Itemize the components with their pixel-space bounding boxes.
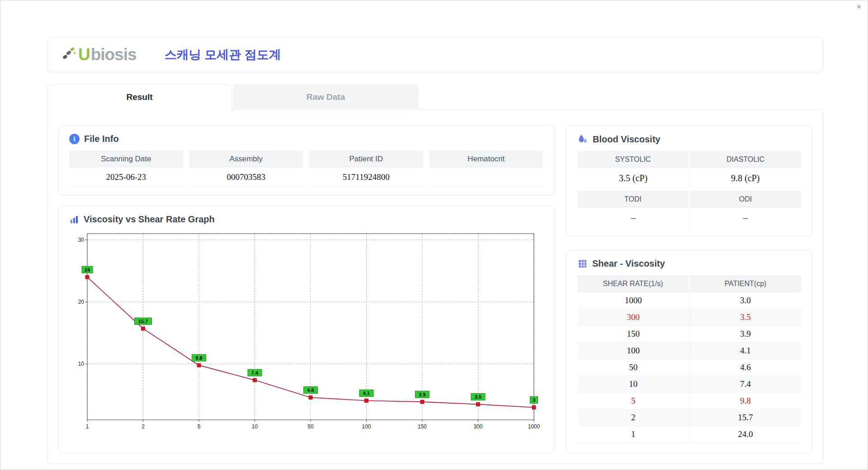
blood-viscosity-header: Blood Viscosity [577, 134, 801, 145]
svg-text:4.1: 4.1 [363, 390, 370, 396]
shear-rate-cell: 5 [577, 393, 689, 409]
shear-rate-column-header: SHEAR RATE(1/s) [577, 275, 689, 292]
patient-value-cell: 3.0 [689, 292, 802, 309]
svg-text:4.6: 4.6 [307, 387, 314, 393]
droplets-icon [577, 134, 588, 145]
file-info-field: Assembly 000703583 [189, 150, 303, 187]
file-field-label: Patient ID [309, 150, 423, 168]
shear-table-header: SHEAR RATE(1/s) PATIENT(cp) [577, 275, 801, 292]
patient-value-cell: 15.7 [689, 409, 802, 426]
file-info-title: File Info [84, 134, 119, 144]
blood-viscosity-table: SYSTOLIC DIASTOLIC 3.5 (cP) 9.8 (cP) TOD… [577, 151, 801, 228]
file-field-value: 000703583 [189, 168, 303, 187]
shear-rate-cell: 1 [577, 426, 689, 442]
patient-value-cell: 3.5 [689, 309, 802, 325]
app-root: U biosis 스캐닝 모세관 점도계 Result Raw Data i F… [47, 37, 823, 464]
graph-card: Viscosity vs Shear Rate Graph 1251050100… [58, 206, 554, 453]
close-icon[interactable]: × [856, 2, 861, 11]
shear-rate-cell: 1000 [577, 292, 689, 309]
table-row: 2 15.7 [577, 409, 801, 426]
file-field-label: Scanning Date [69, 150, 183, 168]
patient-value-cell: 9.8 [689, 393, 802, 409]
file-info-field: Patient ID 51711924800 [309, 150, 423, 187]
patient-value-cell: 24.0 [689, 426, 802, 442]
svg-text:30: 30 [78, 237, 85, 243]
shear-rate-cell: 2 [577, 409, 689, 426]
shear-rate-cell: 100 [577, 343, 689, 359]
file-info-field: Scanning Date 2025-06-23 [69, 150, 183, 187]
todi-header: TODI [577, 191, 689, 208]
table-row: 300 3.5 [577, 309, 801, 326]
app-window: × U biosis 스캐닝 모세관 점도계 Result Raw Data [0, 0, 868, 470]
table-row: 150 3.9 [577, 326, 801, 343]
file-field-label: Hematocrit [429, 150, 543, 168]
shear-viscosity-card: Shear - Viscosity SHEAR RATE(1/s) PATIEN… [566, 250, 812, 453]
table-row: 1000 3.0 [577, 292, 801, 309]
blood-viscosity-card: Blood Viscosity SYSTOLIC DIASTOLIC 3.5 (… [566, 125, 812, 236]
table-row: 50 4.6 [577, 359, 801, 376]
diastolic-header: DIASTOLIC [690, 151, 801, 168]
bv-header-row-1: SYSTOLIC DIASTOLIC [577, 151, 801, 168]
bv-value-row-2: – – [577, 208, 801, 228]
todi-value: – [577, 208, 689, 228]
table-row: 100 4.1 [577, 343, 801, 359]
app-title: 스캐닝 모세관 점도계 [165, 47, 281, 63]
table-row: 10 7.4 [577, 376, 801, 393]
graph-header: Viscosity vs Shear Rate Graph [69, 214, 543, 225]
bv-header-row-2: TODI ODI [577, 191, 801, 208]
svg-text:1000: 1000 [528, 423, 540, 430]
svg-text:2: 2 [142, 423, 145, 430]
logo-text-biosis: biosis [91, 45, 137, 64]
systolic-value: 3.5 (cP) [577, 168, 689, 188]
patient-value-cell: 7.4 [689, 376, 802, 392]
file-info-fields: Scanning Date 2025-06-23 Assembly 000703… [69, 150, 543, 187]
svg-text:10: 10 [78, 361, 85, 367]
logo-text-u: U [78, 45, 90, 64]
patient-value-cell: 4.1 [689, 343, 802, 359]
file-field-label: Assembly [189, 150, 303, 168]
file-field-value: 2025-06-23 [69, 168, 183, 187]
svg-text:50: 50 [307, 423, 314, 430]
bv-value-row-1: 3.5 (cP) 9.8 (cP) [577, 168, 801, 188]
right-column: Blood Viscosity SYSTOLIC DIASTOLIC 3.5 (… [566, 125, 812, 453]
svg-text:3.5: 3.5 [475, 394, 481, 400]
shear-rate-cell: 300 [577, 309, 689, 325]
info-icon: i [69, 134, 80, 144]
shear-rate-cell: 150 [577, 326, 689, 342]
tab-result[interactable]: Result [47, 84, 232, 110]
table-row: 1 24.0 [577, 426, 801, 443]
svg-text:20: 20 [78, 299, 85, 305]
odi-value: – [689, 208, 802, 228]
svg-text:7.4: 7.4 [251, 370, 259, 376]
svg-text:1: 1 [86, 423, 89, 430]
leaf-dots-icon [61, 47, 76, 60]
file-info-header: i File Info [69, 134, 543, 144]
file-info-field: Hematocrit [429, 150, 543, 187]
table-grid-icon [577, 258, 588, 269]
svg-text:100: 100 [362, 423, 371, 430]
patient-column-header: PATIENT(cp) [690, 275, 801, 292]
svg-text:150: 150 [418, 423, 427, 430]
svg-text:9.8: 9.8 [195, 355, 202, 361]
svg-text:5: 5 [198, 423, 201, 430]
content-panel: i File Info Scanning Date 2025-06-23 Ass… [47, 109, 823, 464]
ubiosis-logo: U biosis [61, 45, 137, 64]
shear-rate-cell: 10 [577, 376, 689, 392]
viscosity-chart: 125105010015030010001020302415.79.87.44.… [69, 231, 544, 434]
tab-bar: Result Raw Data [47, 84, 823, 109]
shear-viscosity-title: Shear - Viscosity [592, 258, 665, 269]
svg-text:3.9: 3.9 [419, 392, 425, 397]
shear-rate-cell: 50 [577, 359, 689, 376]
diastolic-value: 9.8 (cP) [689, 168, 802, 188]
svg-text:10: 10 [252, 423, 258, 430]
file-info-card: i File Info Scanning Date 2025-06-23 Ass… [58, 125, 554, 195]
tab-raw-data[interactable]: Raw Data [233, 84, 418, 110]
svg-text:24: 24 [85, 267, 90, 273]
shear-table-body: 1000 3.0 300 3.5 150 3.9 100 4.1 50 4.6 … [577, 292, 801, 443]
systolic-header: SYSTOLIC [577, 151, 689, 168]
table-row: 5 9.8 [577, 393, 801, 409]
svg-text:3: 3 [533, 397, 535, 403]
patient-value-cell: 3.9 [689, 326, 802, 342]
patient-value-cell: 4.6 [689, 359, 802, 376]
header: U biosis 스캐닝 모세관 점도계 [47, 37, 823, 72]
